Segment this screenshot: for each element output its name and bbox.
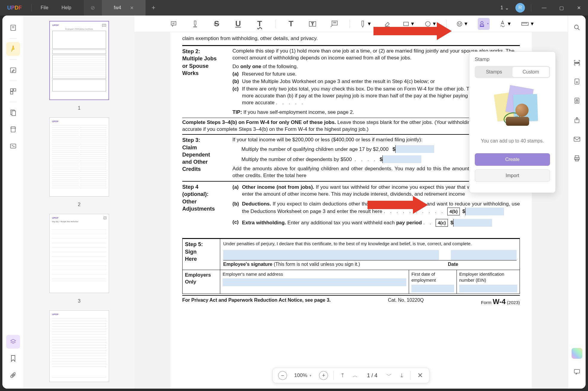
highlight-tool-icon[interactable] — [189, 18, 201, 30]
svg-rect-10 — [11, 127, 15, 132]
pdf-footer: For Privacy Act and Paperwork Reduction … — [182, 295, 520, 306]
menu-file[interactable]: File — [34, 5, 55, 10]
underline-tool-icon[interactable]: U — [232, 18, 244, 30]
zoom-in-button[interactable]: + — [319, 371, 328, 380]
svg-rect-5 — [10, 89, 13, 91]
prev-page-button[interactable]: ︿ — [351, 372, 359, 379]
step2-sub3: Works — [182, 70, 229, 77]
titlebar: UPDF File Help ⊘ fw4 × + 1⌄ R — ▢ ✕ — [0, 0, 588, 16]
create-stamp-button[interactable]: Create — [475, 153, 550, 166]
tab-close-icon[interactable]: × — [130, 4, 134, 11]
crop-tool-icon[interactable] — [6, 122, 20, 136]
step3-s3: and Other — [182, 158, 229, 165]
stamp-popup-title: Stamp — [475, 56, 550, 62]
edit-tool-icon[interactable] — [6, 63, 20, 77]
comment-panel-icon[interactable] — [571, 366, 583, 378]
user-avatar[interactable]: R — [515, 3, 525, 13]
divider — [350, 20, 350, 28]
page-count-indicator[interactable]: 1⌄ — [497, 5, 512, 11]
comment-tool-icon[interactable] — [6, 42, 20, 56]
squiggly-tool-icon[interactable]: T — [254, 18, 266, 30]
bottom-toolbar: − 100%▼ + ⤒ ︿ 1 / 4 ﹀ ⤓ ✕ — [272, 368, 430, 383]
footer-year: (2023) — [506, 300, 520, 305]
close-toolbar-button[interactable]: ✕ — [416, 372, 424, 379]
zoom-level[interactable]: 100%▼ — [293, 372, 314, 378]
thumbnail-panel: UPDF23 Employee's Withholding Certificat… — [24, 16, 134, 389]
divider — [10, 102, 17, 102]
step4b-label: Deductions. — [242, 201, 271, 207]
thumbnail-page-2[interactable]: UPDF — [49, 117, 109, 197]
ein-field[interactable] — [459, 285, 517, 292]
tab-add-button[interactable]: + — [146, 4, 161, 12]
employer-name-field[interactable] — [223, 278, 406, 286]
tip-label: TIP: — [232, 109, 242, 115]
date-field[interactable] — [451, 250, 517, 260]
menu-help[interactable]: Help — [55, 5, 78, 10]
thumbnail-page-3[interactable]: UPDF3 Step 2(b) — Multiple Jobs Workshee… — [49, 214, 109, 293]
search-icon[interactable] — [571, 22, 583, 33]
share-icon[interactable] — [571, 114, 583, 126]
complete34-bold: Complete Steps 3–4(b) on Form W-4 for on… — [182, 119, 336, 125]
thumbnail-page-4[interactable]: UPDF — [49, 310, 109, 382]
chevron-down-icon: ▼ — [367, 21, 372, 27]
thumbnail-page-1[interactable]: UPDF23 Employee's Withholding Certificat… — [49, 21, 109, 100]
zoom-out-button[interactable]: − — [278, 371, 287, 380]
divider — [10, 81, 17, 81]
custom-tab[interactable]: Custom — [512, 67, 549, 77]
right-toolbar: OCR — [568, 16, 586, 389]
first-date-field[interactable] — [411, 285, 454, 292]
sticker-tool[interactable]: ▼ — [456, 21, 468, 27]
next-page-button[interactable]: ﹀ — [385, 372, 393, 379]
pencil-tool[interactable]: ▼ — [359, 20, 372, 28]
signature-field[interactable] — [223, 250, 439, 260]
first-page-button[interactable]: ⤒ — [339, 372, 346, 379]
last-page-button[interactable]: ⤓ — [398, 372, 405, 379]
measure-tool[interactable]: ▼ — [521, 21, 535, 27]
text-tool-icon[interactable]: T — [285, 18, 297, 30]
import-stamp-button[interactable]: Import — [475, 169, 550, 182]
email-icon[interactable] — [571, 133, 583, 145]
bookmark-icon[interactable] — [6, 352, 20, 365]
tab-fw4[interactable]: fw4 × — [102, 0, 146, 16]
page-display[interactable]: 1 / 4 — [365, 372, 380, 379]
amount-field[interactable] — [382, 155, 421, 163]
tab-home[interactable]: ⊘ — [84, 0, 102, 16]
chevron-down-icon: ⌄ — [505, 5, 509, 11]
strikeout-tool-icon[interactable]: S — [211, 18, 223, 30]
signature-tool[interactable]: ▼ — [499, 20, 512, 27]
thumbnail-label-3: 3 — [78, 298, 81, 304]
print-icon[interactable] — [571, 152, 583, 164]
convert-icon[interactable] — [571, 76, 583, 88]
textbox-tool-icon[interactable]: T — [307, 18, 318, 30]
amount-field[interactable] — [395, 145, 434, 153]
note-tool-icon[interactable] — [168, 18, 180, 30]
stamp-illustration: COMPLETE — [475, 84, 550, 135]
redact-tool-icon[interactable] — [6, 139, 20, 153]
box-4b: 4(b) — [447, 208, 460, 215]
callout-tool-icon[interactable] — [328, 18, 340, 30]
amount-field[interactable] — [453, 219, 492, 227]
footer-mid: Cat. No. 10220Q — [388, 297, 424, 306]
step4-title: Step 4 — [182, 183, 229, 191]
amount-field[interactable] — [465, 208, 504, 215]
layers-icon[interactable] — [6, 335, 20, 349]
attachment-icon[interactable] — [6, 368, 20, 382]
organize-tool-icon[interactable] — [6, 85, 20, 98]
app-body: UPDF23 Employee's Withholding Certificat… — [2, 16, 586, 389]
step4c-text: Enter any additional tax you want withhe… — [286, 220, 396, 226]
reader-tool-icon[interactable] — [6, 21, 20, 35]
ocr-icon[interactable]: OCR — [571, 57, 583, 69]
stamp-tool[interactable]: ▼ — [478, 18, 490, 30]
svg-rect-38 — [575, 98, 579, 103]
minimize-button[interactable]: — — [537, 0, 551, 16]
ein-l1: Employer identification — [459, 271, 517, 277]
chevron-down-icon: ▼ — [507, 21, 512, 27]
page-tool-icon[interactable] — [6, 106, 20, 119]
stamps-tab[interactable]: Stamps — [476, 67, 512, 77]
emp-t1: Employers — [185, 272, 218, 279]
protect-icon[interactable] — [571, 95, 583, 107]
ai-assistant-icon[interactable] — [572, 348, 582, 359]
maximize-button[interactable]: ▢ — [555, 0, 568, 16]
close-button[interactable]: ✕ — [572, 0, 586, 16]
declaration: Under penalties of perjury, I declare th… — [223, 241, 517, 247]
